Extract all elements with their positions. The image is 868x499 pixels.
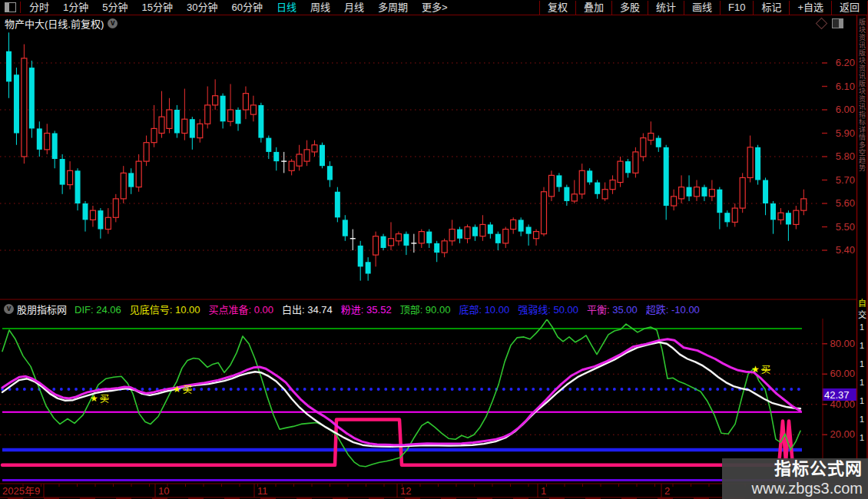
indicator-field: 粉进: 35.52 [341, 304, 392, 316]
action-button-叠加[interactable]: 叠加 [575, 1, 611, 15]
svg-text:5.90: 5.90 [836, 127, 855, 139]
indicator-field: 强弱线: 50.00 [518, 304, 578, 316]
side-strip-digit: 1 [860, 359, 867, 368]
side-strip-digit: 1 [860, 341, 867, 350]
indicator-header: v 股朋指标网 DIF: 24.06见底信号: 10.00买点准备: 0.00白… [0, 301, 822, 317]
side-strip-digit: 1 [860, 378, 867, 387]
chart-title-bar: 物产中大(日线.前复权) v [0, 15, 854, 31]
trading-app-window: 分时1分钟5分钟15分钟30分钟60分钟日线周线月线多周期更多> 复权叠加多股统… [0, 0, 868, 499]
svg-text:5.40: 5.40 [836, 244, 855, 256]
period-tab-5分钟[interactable]: 5分钟 [95, 1, 134, 15]
side-strip-tab-white[interactable]: 交 [858, 308, 867, 320]
layout-toggle-icon[interactable] [5, 2, 16, 12]
indicator-field: 顶部: 90.00 [400, 304, 451, 316]
svg-text:5.60: 5.60 [836, 197, 855, 209]
side-strip-digit: 1 [860, 322, 867, 332]
indicator-axis: 80.0060.0040.0020.0042.37 [822, 338, 857, 441]
svg-text:2025年9: 2025年9 [2, 485, 40, 497]
svg-text:60.00: 60.00 [830, 368, 855, 379]
indicator-field: 平衡: 35.00 [587, 304, 638, 316]
svg-text:20.00: 20.00 [830, 428, 855, 440]
action-button-画线[interactable]: 画线 [684, 1, 720, 15]
side-strip-vertical-text[interactable]: 版块资讯版块资讯版块资讯指标详情多空趋势 [858, 18, 867, 295]
svg-text:★: ★ [173, 384, 181, 395]
svg-text:买: 买 [183, 385, 192, 395]
main-grid [0, 63, 820, 250]
action-button-+自选[interactable]: +自选 [789, 1, 831, 15]
indicator-field: 见底信号: 10.00 [130, 304, 200, 316]
period-tab-60分钟[interactable]: 60分钟 [224, 1, 269, 15]
buy-signal-markers: ★买★买★买 [90, 364, 770, 405]
svg-text:6.20: 6.20 [836, 57, 855, 68]
indicator-field: 白出: 34.74 [282, 304, 333, 316]
period-tab-更多>[interactable]: 更多> [415, 1, 455, 15]
side-panel-icon[interactable] [832, 18, 843, 28]
price-axis: 6.206.106.005.905.805.705.605.505.40 [822, 57, 855, 256]
svg-text:2: 2 [664, 485, 670, 497]
period-tab-30分钟[interactable]: 30分钟 [180, 1, 224, 15]
action-button-标记[interactable]: 标记 [753, 1, 789, 15]
period-tab-日线[interactable]: 日线 [270, 1, 303, 15]
svg-text:42.37: 42.37 [824, 389, 850, 401]
indicator-name[interactable]: 股朋指标网 [17, 302, 67, 316]
side-strip-digit: 1 [860, 396, 867, 405]
watermark: 指标公式网 www.zbgs3.com [722, 458, 868, 499]
indicator-curves [2, 319, 802, 467]
svg-text:买: 买 [100, 394, 109, 405]
action-button-F10[interactable]: F10 [720, 1, 753, 15]
period-tab-15分钟[interactable]: 15分钟 [134, 1, 179, 15]
chart-canvas[interactable]: 6.206.106.005.905.805.705.605.505.40★买★买… [0, 0, 868, 499]
toolbar-divider [20, 2, 21, 13]
indicator-field: 底部: 10.00 [459, 304, 509, 316]
svg-text:10: 10 [158, 485, 169, 497]
watermark-site-name: 指标公式网 [722, 458, 863, 479]
side-strip-tab-yellow[interactable]: 自 [858, 296, 867, 309]
indicator-field: 买点准备: 0.00 [209, 304, 274, 316]
action-button-复权[interactable]: 复权 [539, 1, 575, 15]
page-title: 物产中大(日线.前复权) [5, 16, 104, 31]
period-toolbar: 分时1分钟5分钟15分钟30分钟60分钟日线周线月线多周期更多> 复权叠加多股统… [0, 0, 868, 15]
period-tab-1分钟[interactable]: 1分钟 [56, 1, 95, 15]
collapse-pane-icon[interactable]: v [4, 304, 14, 314]
svg-text:★: ★ [90, 393, 98, 404]
action-button-统计[interactable]: 统计 [648, 1, 684, 15]
svg-text:12: 12 [400, 485, 411, 497]
svg-text:5.80: 5.80 [836, 150, 855, 162]
side-strip-digit: 1 [860, 415, 867, 424]
period-tab-周线[interactable]: 周线 [303, 1, 337, 15]
indicator-values: DIF: 24.06见底信号: 10.00买点准备: 0.00白出: 34.74… [75, 302, 708, 316]
watermark-url: www.zbgs3.com [722, 479, 863, 497]
period-tab-月线[interactable]: 月线 [337, 1, 371, 15]
svg-text:80.00: 80.00 [830, 338, 855, 349]
action-button-返回[interactable]: 返回 [831, 1, 868, 15]
action-button-多股[interactable]: 多股 [611, 1, 648, 15]
chevron-down-icon[interactable]: v [108, 18, 118, 28]
svg-text:5.70: 5.70 [836, 174, 855, 186]
svg-text:6.00: 6.00 [836, 104, 855, 115]
indicator-field: DIF: 24.06 [75, 304, 121, 316]
frame-borders [0, 0, 867, 499]
period-tabs: 分时1分钟5分钟15分钟30分钟60分钟日线周线月线多周期更多> [22, 1, 455, 15]
side-strip-digit: 1 [860, 433, 867, 442]
action-buttons: 复权叠加多股统计画线F10标记+自选返回 [539, 0, 868, 15]
svg-text:6.10: 6.10 [836, 81, 855, 92]
diamond-icon[interactable] [816, 17, 828, 29]
indicator-field: 超跌: -10.00 [646, 304, 700, 316]
svg-text:买: 买 [761, 365, 770, 375]
period-tab-分时[interactable]: 分时 [22, 1, 56, 15]
period-tab-多周期[interactable]: 多周期 [371, 1, 415, 15]
svg-text:1: 1 [541, 485, 546, 497]
svg-text:★: ★ [751, 364, 760, 375]
svg-text:5.50: 5.50 [836, 221, 855, 233]
svg-text:11: 11 [257, 485, 268, 497]
